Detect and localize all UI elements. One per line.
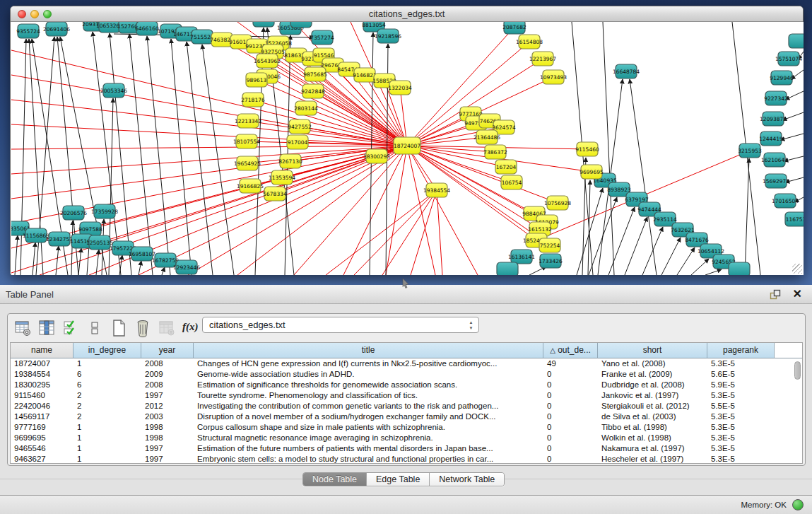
row-height-icon[interactable] — [86, 319, 104, 337]
table-cell[interactable]: 1997 — [141, 390, 194, 401]
table-cell[interactable]: Dudbridge et al. (2008) — [598, 380, 707, 390]
graph-node[interactable]: 20691406 — [43, 22, 70, 36]
table-cell[interactable]: Estimation of the future numbers of pati… — [194, 443, 543, 454]
trash-icon[interactable] — [134, 319, 152, 337]
table-cell[interactable]: 2012 — [141, 401, 194, 411]
table-cell[interactable]: Franke et al. (2009) — [598, 369, 707, 380]
graph-node[interactable] — [497, 262, 518, 275]
table-row[interactable]: 946362711997Embryonic stem cells: a mode… — [11, 454, 802, 464]
graph-node[interactable]: 9355724 — [16, 24, 40, 38]
graph-node[interactable]: 16136141 — [508, 250, 535, 264]
table-row[interactable]: 946554611997Estimation of the future num… — [11, 443, 802, 454]
table-cell[interactable]: Nakamura et al. (1997) — [598, 443, 707, 454]
column-header-name[interactable]: name — [11, 343, 73, 358]
graph-node[interactable]: 10973493 — [540, 70, 567, 84]
table-cell[interactable]: 2003 — [141, 411, 194, 422]
vertical-scrollbar-thumb[interactable] — [794, 361, 801, 380]
graph-node[interactable]: 17016504 — [772, 194, 799, 208]
table-cell[interactable]: 22420046 — [11, 401, 73, 411]
graph-node[interactable] — [290, 22, 312, 28]
graph-node[interactable]: 9242848 — [301, 84, 325, 98]
graph-edge[interactable] — [171, 39, 192, 275]
table-cell[interactable]: 5.3E-5 — [707, 411, 775, 422]
graph-node[interactable]: 2087682 — [502, 22, 526, 34]
table-row[interactable]: 969969511998Structural magnetic resonanc… — [11, 433, 802, 443]
graph-node[interactable]: 9129946 — [770, 71, 794, 85]
graph-node[interactable]: 12213967 — [529, 52, 556, 66]
table-cell[interactable]: de Silva et al. (2003) — [598, 411, 707, 422]
table-row[interactable]: 1456911722003Disruption of a novel membe… — [11, 411, 802, 422]
table-settings-icon[interactable] — [13, 319, 32, 337]
graph-node[interactable]: 10756928 — [544, 196, 571, 210]
graph-edge[interactable] — [326, 190, 437, 275]
graph-node[interactable]: 11353594 — [269, 170, 295, 185]
table-cell[interactable]: Yano et al. (2008) — [598, 358, 707, 369]
graph-edge[interactable] — [661, 238, 681, 275]
column-check-icon[interactable] — [61, 319, 80, 337]
table-cell[interactable]: 1 — [73, 358, 141, 369]
graph-edge[interactable] — [705, 269, 722, 275]
column-header-title[interactable]: title — [194, 343, 543, 358]
table-cell[interactable]: 0 — [543, 443, 598, 454]
graph-edge[interactable] — [147, 36, 170, 275]
graph-node[interactable]: 19166825 — [237, 179, 264, 193]
graph-node[interactable]: 12342757 — [46, 232, 73, 246]
graph-node[interactable]: 16648784 — [613, 64, 640, 78]
graph-edge[interactable] — [129, 34, 153, 275]
float-window-icon[interactable] — [770, 289, 781, 300]
table-cell[interactable]: 2008 — [141, 380, 194, 390]
graph-node[interactable]: 9227342 — [764, 91, 788, 105]
graph-node[interactable]: 19654925 — [234, 156, 261, 170]
table-cell[interactable]: Corpus callosum shape and size in male p… — [194, 422, 543, 433]
table-cell[interactable]: Disruption of a novel member of a sodium… — [194, 411, 543, 422]
graph-edge[interactable] — [642, 227, 663, 275]
table-cell[interactable]: 6 — [73, 380, 141, 390]
column-select-icon[interactable] — [37, 319, 56, 337]
graph-node[interactable]: 116753 — [785, 212, 804, 226]
table-cell[interactable]: 2 — [73, 390, 141, 401]
tab-edge-table[interactable]: Edge Table — [367, 473, 430, 486]
table-cell[interactable]: 0 — [543, 369, 598, 380]
graph-edge[interactable] — [15, 235, 18, 275]
graph-edge[interactable] — [382, 190, 437, 275]
table-cell[interactable]: 18300295 — [11, 380, 73, 390]
graph-hub-node[interactable]: 18724007 — [394, 137, 420, 154]
table-cell[interactable]: 9465546 — [11, 443, 73, 454]
graph-edge[interactable] — [437, 190, 442, 275]
table-cell[interactable]: 5.3E-5 — [707, 454, 775, 464]
graph-node[interactable]: 1244419 — [759, 132, 783, 146]
graph-edge[interactable] — [630, 79, 657, 275]
table-cell[interactable]: 0 — [543, 422, 598, 433]
new-document-icon[interactable] — [110, 319, 128, 337]
graph-edge[interactable] — [11, 146, 407, 149]
network-canvas[interactable]: 9355724206914062093714106532671527602646… — [11, 22, 804, 275]
graph-node[interactable]: 752254 — [539, 238, 560, 252]
table-cell[interactable]: 9699695 — [11, 433, 73, 443]
table-cell[interactable]: 9463627 — [11, 454, 73, 464]
tab-node-table[interactable]: Node Table — [303, 473, 367, 486]
graph-node[interactable]: 7386372 — [483, 145, 507, 159]
graph-node[interactable] — [789, 34, 804, 48]
graph-edge[interactable] — [11, 146, 407, 248]
table-cell[interactable]: 5.3E-5 — [707, 358, 775, 369]
graph-node[interactable]: 8267130 — [278, 154, 302, 168]
graph-node[interactable]: 6466160 — [135, 22, 159, 35]
table-cell[interactable]: 5.3E-5 — [707, 390, 775, 401]
table-cell[interactable]: 1 — [73, 433, 141, 443]
table-cell[interactable]: Stergiakouli et al. (2012) — [598, 401, 707, 411]
window-titlebar[interactable]: citations_edges.txt — [11, 6, 803, 22]
graph-node[interactable]: 17359928 — [91, 204, 118, 218]
graph-node[interactable]: 9427552 — [288, 119, 312, 134]
graph-edge[interactable] — [162, 267, 165, 275]
table-cell[interactable]: 1 — [73, 443, 141, 454]
graph-node[interactable]: 989613 — [246, 73, 267, 87]
graph-edge[interactable] — [407, 146, 435, 275]
graph-node[interactable]: 2803144 — [294, 101, 318, 115]
table-cell[interactable]: Tourette syndrome. Phenomenology and cla… — [194, 390, 543, 401]
graph-node[interactable]: 16210643 — [761, 153, 788, 167]
table-cell[interactable]: 0 — [543, 411, 598, 422]
column-header-pagerank[interactable]: pagerank — [707, 343, 775, 358]
graph-node[interactable]: 19218596 — [375, 29, 401, 43]
table-row[interactable]: 911546021997Tourette syndrome. Phenomeno… — [11, 390, 802, 401]
table-cell[interactable]: 0 — [543, 454, 598, 464]
